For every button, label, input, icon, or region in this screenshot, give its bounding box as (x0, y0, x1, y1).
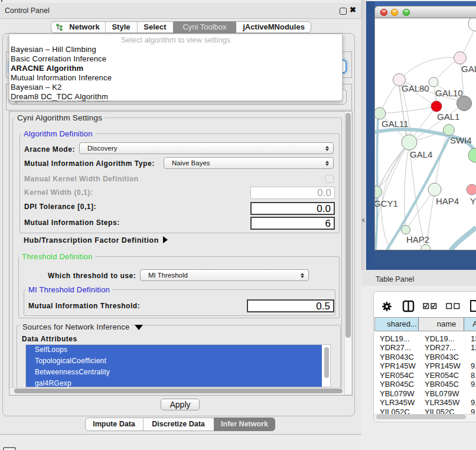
svg-text:GAL4: GAL4 (410, 149, 432, 159)
svg-text:HAP2: HAP2 (406, 234, 429, 244)
svg-text:GAL80: GAL80 (402, 83, 429, 93)
svg-text:GAL80: GAL80 (461, 64, 476, 74)
svg-text:GAL11: GAL11 (382, 119, 409, 129)
svg-text:GAL10: GAL10 (435, 88, 463, 98)
svg-text:GCY1: GCY1 (375, 198, 398, 208)
svg-text:Y: Y (470, 196, 476, 206)
svg-text:GAL1: GAL1 (437, 112, 459, 122)
svg-text:SWI4: SWI4 (450, 135, 472, 145)
svg-text:HAP4: HAP4 (436, 196, 459, 206)
